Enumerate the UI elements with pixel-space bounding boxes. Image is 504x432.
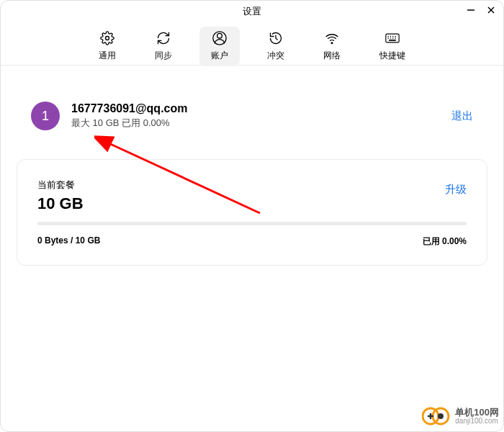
settings-window: 设置 通用 同步	[0, 0, 504, 432]
tab-label-shortcuts: 快捷键	[379, 50, 405, 62]
minimize-icon	[467, 6, 475, 14]
gear-icon	[100, 31, 114, 45]
plan-size: 10 GB	[37, 194, 84, 213]
close-icon	[487, 6, 495, 14]
storage-progress-bar	[37, 222, 467, 225]
tab-conflict[interactable]: 冲突	[256, 27, 296, 66]
account-info: 1677736091@qq.com 最大 10 GB 已用 0.00%	[71, 102, 440, 130]
tab-label-general: 通用	[99, 50, 116, 62]
current-plan-label: 当前套餐	[37, 179, 84, 192]
svg-point-23	[438, 413, 444, 419]
keyboard-icon	[385, 31, 400, 45]
upgrade-link[interactable]: 升级	[445, 183, 467, 197]
account-row: 1 1677736091@qq.com 最大 10 GB 已用 0.00% 退出	[17, 102, 487, 130]
minimize-button[interactable]	[466, 5, 476, 15]
avatar: 1	[31, 102, 60, 130]
avatar-initial: 1	[42, 109, 49, 124]
tab-label-sync: 同步	[155, 50, 172, 62]
logout-link[interactable]: 退出	[451, 109, 473, 123]
tabs: 通用 同步 账户 冲突	[1, 22, 503, 66]
tab-label-network: 网络	[323, 50, 341, 62]
plan-info: 当前套餐 10 GB	[37, 179, 84, 213]
account-email: 1677736091@qq.com	[71, 102, 440, 115]
title-bar: 设置	[1, 1, 503, 22]
svg-point-6	[331, 42, 333, 44]
tab-network[interactable]: 网络	[312, 27, 352, 66]
plan-top: 当前套餐 10 GB 升级	[37, 179, 467, 213]
header: 设置 通用 同步	[1, 1, 503, 66]
sync-icon	[156, 31, 171, 45]
window-title: 设置	[243, 5, 261, 18]
watermark: 单机100网 danji100.com	[422, 405, 499, 427]
svg-point-4	[217, 33, 222, 38]
wifi-icon	[325, 31, 339, 45]
watermark-text: 单机100网 danji100.com	[455, 408, 499, 425]
tab-general[interactable]: 通用	[87, 27, 127, 66]
tab-account[interactable]: 账户	[199, 27, 240, 66]
watermark-logo-icon	[422, 405, 451, 427]
tab-label-account: 账户	[211, 50, 228, 62]
account-storage-summary: 最大 10 GB 已用 0.00%	[71, 117, 440, 130]
svg-point-3	[106, 37, 109, 40]
history-icon	[269, 31, 283, 45]
watermark-main: 单机100网	[455, 408, 499, 417]
close-button[interactable]	[486, 5, 496, 15]
user-icon	[212, 31, 227, 45]
plan-card: 当前套餐 10 GB 升级 0 Bytes / 10 GB 已用 0.00%	[17, 159, 487, 266]
usage-row: 0 Bytes / 10 GB 已用 0.00%	[37, 235, 467, 248]
usage-bytes: 0 Bytes / 10 GB	[37, 235, 100, 248]
tab-label-conflict: 冲突	[267, 50, 284, 62]
window-controls	[466, 5, 496, 15]
watermark-sub: danji100.com	[455, 418, 499, 425]
tab-shortcuts[interactable]: 快捷键	[368, 27, 417, 66]
tab-sync[interactable]: 同步	[143, 27, 184, 66]
usage-percent: 已用 0.00%	[423, 235, 467, 248]
content: 1 1677736091@qq.com 最大 10 GB 已用 0.00% 退出…	[1, 66, 503, 266]
